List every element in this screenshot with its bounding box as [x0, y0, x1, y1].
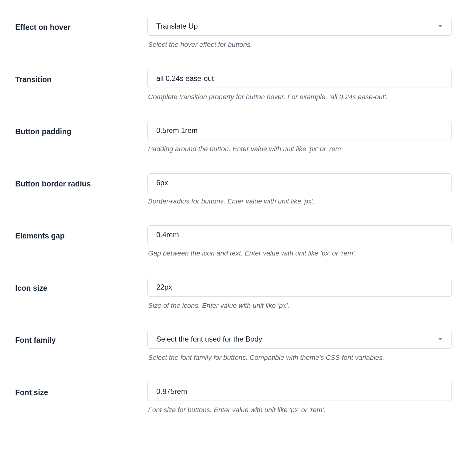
row-effect-on-hover: Effect on hover Translate Up Select the …: [15, 17, 452, 50]
font-size-label: Font size: [15, 388, 48, 397]
icon-size-help: Size of the icons. Enter value with unit…: [147, 301, 452, 311]
button-border-radius-input[interactable]: [147, 173, 452, 192]
field-col: Font size for buttons. Enter value with …: [147, 382, 452, 415]
label-col: Button padding: [15, 121, 147, 136]
button-padding-help: Padding around the button. Enter value w…: [147, 144, 452, 154]
field-col: Size of the icons. Enter value with unit…: [147, 278, 452, 311]
font-family-label: Font family: [15, 336, 56, 344]
button-border-radius-label: Button border radius: [15, 179, 91, 188]
button-padding-label: Button padding: [15, 127, 71, 136]
font-size-input[interactable]: [147, 382, 452, 401]
chevron-down-icon: [438, 338, 442, 340]
label-col: Elements gap: [15, 225, 147, 240]
label-col: Button border radius: [15, 173, 147, 188]
elements-gap-label: Elements gap: [15, 231, 65, 240]
icon-size-label: Icon size: [15, 284, 47, 292]
row-transition: Transition Complete transition property …: [15, 69, 452, 102]
label-col: Effect on hover: [15, 17, 147, 32]
font-family-value: Select the font used for the Body: [156, 330, 262, 348]
font-family-help: Select the font family for buttons. Comp…: [147, 353, 452, 363]
font-family-select[interactable]: Select the font used for the Body: [147, 330, 452, 349]
field-col: Gap between the icon and text. Enter val…: [147, 225, 452, 258]
label-col: Transition: [15, 69, 147, 84]
field-col: Complete transition property for button …: [147, 69, 452, 102]
field-col: Translate Up Select the hover effect for…: [147, 17, 452, 50]
effect-on-hover-select[interactable]: Translate Up: [147, 17, 452, 36]
button-padding-input[interactable]: [147, 121, 452, 140]
transition-help: Complete transition property for button …: [147, 92, 452, 102]
field-col: Select the font used for the Body Select…: [147, 330, 452, 363]
row-button-border-radius: Button border radius Border-radius for b…: [15, 173, 452, 206]
transition-input[interactable]: [147, 69, 452, 88]
row-font-family: Font family Select the font used for the…: [15, 330, 452, 363]
field-col: Border-radius for buttons. Enter value w…: [147, 173, 452, 206]
row-icon-size: Icon size Size of the icons. Enter value…: [15, 278, 452, 311]
row-button-padding: Button padding Padding around the button…: [15, 121, 452, 154]
label-col: Icon size: [15, 278, 147, 293]
field-col: Padding around the button. Enter value w…: [147, 121, 452, 154]
label-col: Font size: [15, 382, 147, 397]
effect-on-hover-label: Effect on hover: [15, 23, 71, 31]
icon-size-input[interactable]: [147, 278, 452, 297]
elements-gap-input[interactable]: [147, 225, 452, 244]
row-font-size: Font size Font size for buttons. Enter v…: [15, 382, 452, 415]
elements-gap-help: Gap between the icon and text. Enter val…: [147, 248, 452, 258]
label-col: Font family: [15, 330, 147, 345]
transition-label: Transition: [15, 75, 51, 84]
effect-on-hover-help: Select the hover effect for buttons.: [147, 40, 452, 50]
effect-on-hover-value: Translate Up: [156, 17, 198, 35]
button-border-radius-help: Border-radius for buttons. Enter value w…: [147, 196, 452, 206]
font-size-help: Font size for buttons. Enter value with …: [147, 405, 452, 415]
chevron-down-icon: [438, 25, 442, 27]
row-elements-gap: Elements gap Gap between the icon and te…: [15, 225, 452, 258]
